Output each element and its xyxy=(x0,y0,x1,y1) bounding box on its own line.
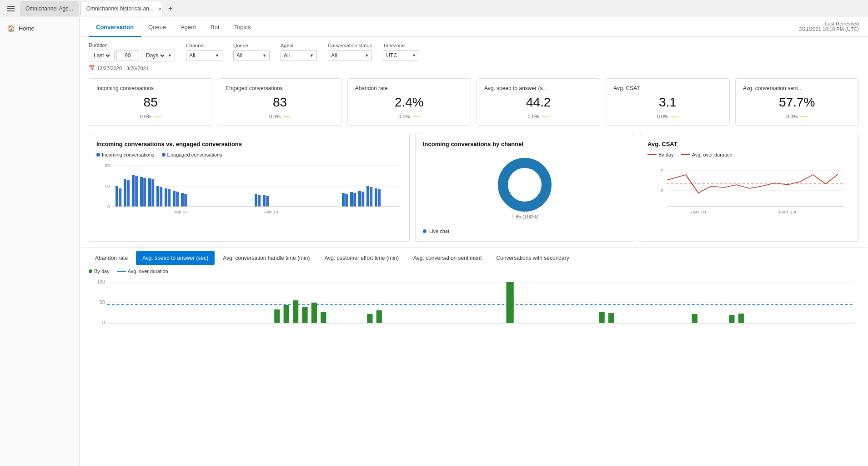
sidebar-item-home[interactable]: 🏠 Home xyxy=(0,21,79,35)
legend-incoming: Incoming conversations xyxy=(96,152,155,157)
kpi-abandon-dash: — xyxy=(412,112,420,121)
channel-select[interactable]: All ▼ xyxy=(186,50,222,61)
svg-rect-67 xyxy=(321,312,326,323)
bottom-tab-handle[interactable]: Avg. conversation handle time (min) xyxy=(216,251,316,265)
svg-rect-21 xyxy=(165,188,167,207)
timezone-value: UTC xyxy=(386,52,410,59)
charts-row: Incoming conversations vs. engaged conve… xyxy=(80,129,868,245)
bottom-tab-abandon[interactable]: Abandon rate xyxy=(89,251,134,265)
kpi-csat: Avg. CSAT 3.1 0.0% — xyxy=(606,78,729,126)
kpi-incoming-title: Incoming conversations xyxy=(96,85,205,91)
duration-number-input[interactable] xyxy=(116,50,139,61)
legend-engaged: Enagaged conversations xyxy=(162,152,222,157)
kpi-incoming-footer: 0.0% — xyxy=(96,112,205,121)
bottom-tab-secondary[interactable]: Conversations with secondary xyxy=(490,251,576,265)
svg-rect-68 xyxy=(367,314,372,323)
svg-rect-38 xyxy=(370,187,372,207)
legend-avg-duration-label: Avg. over duration xyxy=(692,152,733,157)
tab-conversation[interactable]: Conversation xyxy=(89,17,141,37)
legend-avg-duration-line xyxy=(681,154,690,155)
kpi-incoming-change: 0.0% xyxy=(140,114,151,119)
legend-by-day: By day xyxy=(647,152,674,157)
svg-rect-72 xyxy=(608,313,614,323)
svg-text:50: 50 xyxy=(100,300,105,305)
queue-select[interactable]: All ▼ xyxy=(233,50,270,61)
legend-incoming-dot xyxy=(96,153,100,157)
bottom-chart-legend: By day Avg. over duration xyxy=(89,268,859,274)
chevron-down-icon: ▼ xyxy=(262,53,266,58)
menu-icon[interactable] xyxy=(4,1,18,16)
last-refreshed-panel: Last Refreshed 3/21/2021 10:18 PM (UTC) xyxy=(799,21,859,32)
tab-bot[interactable]: Bot xyxy=(203,17,227,37)
svg-text:20: 20 xyxy=(105,163,110,168)
date-range-value: 12/27/2020 - 3/26/2021 xyxy=(97,66,149,71)
duration-controls: Last Days ▼ xyxy=(89,50,175,61)
tab-omnichannel-agent[interactable]: Omnichannel Age... xyxy=(20,1,79,16)
agent-select[interactable]: All ▼ xyxy=(281,50,317,61)
bottom-chart-svg: 100 50 0 xyxy=(89,278,859,346)
home-icon: 🏠 xyxy=(7,25,15,32)
tab-omnichannel-historical[interactable]: Omnichannel historical an... ✕ xyxy=(80,1,162,16)
bottom-tab-effort[interactable]: Avg. customer effort time (min) xyxy=(318,251,405,265)
svg-text:2: 2 xyxy=(660,188,663,193)
sidebar-item-label: Home xyxy=(19,25,35,32)
line-chart-title: Avg. CSAT xyxy=(647,141,851,147)
svg-rect-17 xyxy=(148,178,151,207)
svg-rect-19 xyxy=(156,186,159,207)
line-chart-card: Avg. CSAT By day Avg. over duration xyxy=(640,133,859,242)
svg-rect-15 xyxy=(140,177,143,207)
svg-rect-27 xyxy=(255,194,257,207)
agent-value: All xyxy=(284,52,308,59)
last-refreshed-value: 3/21/2021 10:18 PM (UTC) xyxy=(799,26,859,32)
kpi-speed-title: Avg. speed to answer (s... xyxy=(484,85,592,91)
svg-rect-30 xyxy=(266,196,269,207)
svg-text:Feb 14: Feb 14 xyxy=(263,210,279,214)
svg-rect-69 xyxy=(376,310,382,323)
legend-engaged-label: Enagaged conversations xyxy=(167,152,222,157)
chevron-down-icon: ▼ xyxy=(168,53,172,58)
duration-unit-select[interactable]: Days ▼ xyxy=(141,50,175,61)
svg-rect-36 xyxy=(361,192,364,207)
queue-filter: Queue All ▼ xyxy=(233,43,270,61)
tab-topics[interactable]: Topics xyxy=(227,17,258,37)
svg-rect-9 xyxy=(115,186,118,207)
queue-label: Queue xyxy=(233,43,270,48)
close-tab-icon[interactable]: ✕ xyxy=(156,5,162,12)
svg-text:0: 0 xyxy=(107,204,110,209)
tab-queue[interactable]: Queue xyxy=(141,17,173,37)
add-tab-button[interactable]: + xyxy=(164,2,177,15)
donut-legend-dot xyxy=(423,229,426,233)
bottom-tab-speed[interactable]: Avg. speed to answer (sec) xyxy=(136,251,215,265)
bar-chart-svg: 20 10 0 xyxy=(96,161,402,220)
kpi-speed-change: 0.0% xyxy=(528,114,539,119)
duration-period-dropdown[interactable]: Last xyxy=(92,52,111,59)
kpi-incoming-value: 85 xyxy=(96,95,205,110)
legend-bottom-dot xyxy=(89,269,92,273)
donut-value: 85 (100%) xyxy=(516,214,539,219)
bottom-tab-sentiment[interactable]: Avg. conversation sentiment xyxy=(407,251,488,265)
main-content: Conversation Queue Agent Bot Topics Last… xyxy=(80,17,868,466)
svg-rect-1 xyxy=(7,8,15,9)
conv-status-filter: Conversation status All ▼ xyxy=(328,43,372,61)
svg-rect-33 xyxy=(350,192,353,207)
timezone-select[interactable]: UTC ▼ xyxy=(383,50,419,61)
legend-incoming-label: Incoming conversations xyxy=(102,152,155,157)
conv-status-select[interactable]: All ▼ xyxy=(328,50,372,61)
last-refreshed-label: Last Refreshed xyxy=(799,21,859,26)
svg-rect-25 xyxy=(181,193,184,207)
duration-period-select[interactable]: Last xyxy=(89,50,115,61)
duration-unit-dropdown[interactable]: Days xyxy=(144,52,166,59)
tab-agent[interactable]: Agent xyxy=(173,17,203,37)
svg-rect-10 xyxy=(119,188,121,207)
svg-rect-63 xyxy=(284,305,289,323)
donut-chart-card: Incoming conversations by channel └ 85 (… xyxy=(415,133,634,242)
kpi-engaged-title: Engaged conversations xyxy=(226,85,334,91)
conv-status-value: All xyxy=(331,52,363,59)
svg-rect-12 xyxy=(127,180,130,207)
filters-bar: Duration Last Days ▼ Channel All xyxy=(80,37,868,64)
agent-label: Agent xyxy=(281,43,317,48)
timezone-filter: Timezone UTC ▼ xyxy=(383,43,419,61)
svg-rect-0 xyxy=(7,6,15,7)
chevron-down-icon: ▼ xyxy=(310,53,314,58)
svg-text:Jan 31: Jan 31 xyxy=(690,210,707,214)
